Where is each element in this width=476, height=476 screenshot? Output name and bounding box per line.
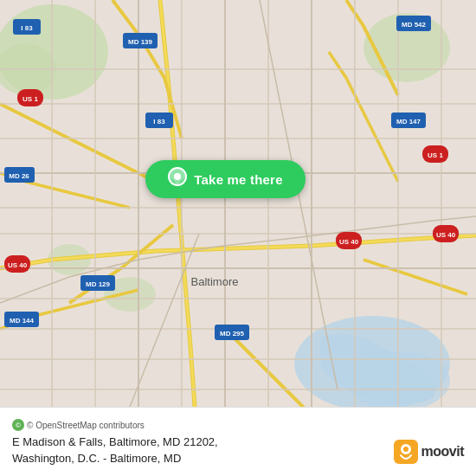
location-pin-icon [168, 167, 187, 191]
take-me-there-button[interactable]: Take me there [145, 160, 306, 198]
moovit-brand-name: moovit [421, 444, 464, 460]
svg-text:US 40: US 40 [436, 231, 456, 239]
osm-text: © OpenStreetMap contributors [27, 421, 145, 430]
svg-text:MD 139: MD 139 [128, 38, 153, 46]
svg-text:MD 144: MD 144 [10, 317, 35, 325]
moovit-logo: moovit [394, 440, 464, 464]
svg-text:I 83: I 83 [21, 24, 33, 32]
svg-text:MD 147: MD 147 [396, 118, 421, 125]
bottom-bar: © © OpenStreetMap contributors E Madison… [0, 407, 476, 476]
svg-text:US 40: US 40 [339, 238, 359, 246]
take-me-there-label: Take me there [194, 172, 282, 187]
osm-attribution: © © OpenStreetMap contributors [12, 419, 464, 431]
address-line2: Washington, D.C. - Baltimore, MD [12, 452, 181, 465]
map-container: I 83 I 83 MD 139 MD 542 MD 26 MD 147 US … [0, 0, 476, 407]
osm-logo: © [12, 419, 24, 431]
map-svg: I 83 I 83 MD 139 MD 542 MD 26 MD 147 US … [0, 0, 476, 407]
svg-text:MD 295: MD 295 [220, 330, 245, 338]
svg-text:I 83: I 83 [153, 118, 165, 125]
svg-point-63 [403, 447, 408, 452]
svg-text:US 1: US 1 [428, 151, 443, 159]
moovit-icon [394, 440, 418, 464]
svg-text:MD 542: MD 542 [402, 21, 427, 29]
svg-text:US 1: US 1 [23, 95, 38, 103]
svg-text:US 40: US 40 [8, 261, 28, 269]
svg-text:Baltimore: Baltimore [191, 275, 239, 288]
svg-text:MD 26: MD 26 [9, 172, 29, 180]
svg-text:MD 129: MD 129 [86, 280, 111, 288]
address-line1: E Madison & Falls, Baltimore, MD 21202, [12, 435, 218, 448]
